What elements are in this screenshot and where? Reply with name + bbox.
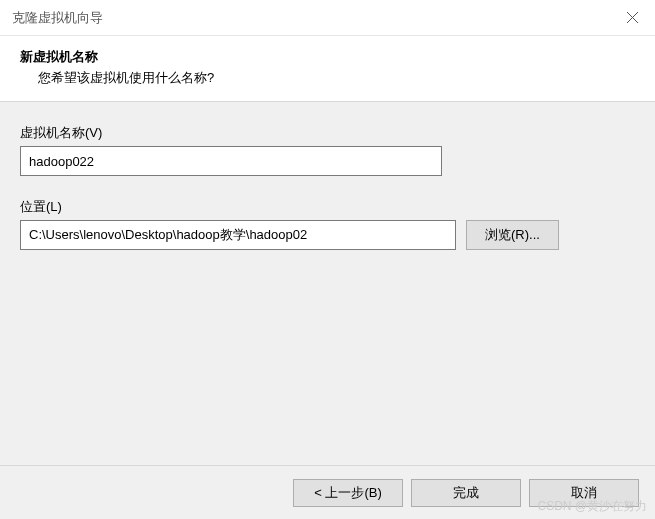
dialog-footer: < 上一步(B) 完成 取消: [0, 465, 655, 519]
page-description: 您希望该虚拟机使用什么名称?: [20, 69, 635, 87]
close-button[interactable]: [609, 0, 655, 36]
cancel-button[interactable]: 取消: [529, 479, 639, 507]
location-label: 位置(L): [20, 198, 635, 216]
titlebar: 克隆虚拟机向导: [0, 0, 655, 36]
dialog-content: 虚拟机名称(V) 位置(L) 浏览(R)...: [0, 101, 655, 473]
vm-name-group: 虚拟机名称(V): [20, 124, 635, 176]
location-input[interactable]: [20, 220, 456, 250]
location-group: 位置(L) 浏览(R)...: [20, 198, 635, 250]
close-icon: [627, 12, 638, 23]
vm-name-label: 虚拟机名称(V): [20, 124, 635, 142]
back-button[interactable]: < 上一步(B): [293, 479, 403, 507]
vm-name-input[interactable]: [20, 146, 442, 176]
browse-button[interactable]: 浏览(R)...: [466, 220, 559, 250]
window-title: 克隆虚拟机向导: [12, 9, 103, 27]
finish-button[interactable]: 完成: [411, 479, 521, 507]
dialog-header: 新虚拟机名称 您希望该虚拟机使用什么名称?: [0, 36, 655, 101]
page-title: 新虚拟机名称: [20, 48, 635, 66]
